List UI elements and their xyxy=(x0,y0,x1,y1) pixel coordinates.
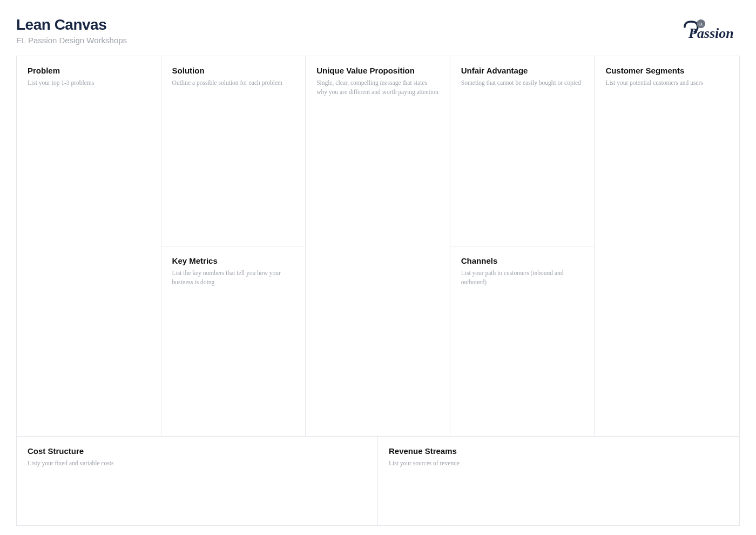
cell-key-metrics[interactable]: Key Metrics List the key numbers that te… xyxy=(161,246,306,436)
svg-text:Passion: Passion xyxy=(688,25,734,41)
cell-title-problem: Problem xyxy=(28,66,150,75)
lean-canvas-grid: Problem List your top 1-3 problems Solut… xyxy=(16,56,740,526)
cell-unfair-advantage[interactable]: Unfair Advantage Someting that cannot be… xyxy=(450,56,595,246)
logo-el-passion: EL Passion xyxy=(680,17,740,43)
column-uvp: Unique Value Proposition Single, clear, … xyxy=(306,56,450,436)
column-solution-metrics: Solution Outline a possible solution for… xyxy=(161,56,306,436)
column-problem: Problem List your top 1-3 problems xyxy=(17,56,161,436)
cell-title-revenue-streams: Revenue Streams xyxy=(389,446,728,456)
cell-title-key-metrics: Key Metrics xyxy=(172,256,295,265)
canvas-top-section: Problem List your top 1-3 problems Solut… xyxy=(17,56,739,436)
column-advantage-channels: Unfair Advantage Someting that cannot be… xyxy=(450,56,595,436)
cell-title-solution: Solution xyxy=(172,66,295,75)
cell-desc-uvp: Single, clear, compelling message that s… xyxy=(316,78,439,97)
cell-title-cost-structure: Cost Structure xyxy=(28,446,367,456)
cell-desc-solution: Outline a possible solution for each pro… xyxy=(172,78,295,88)
header-left: Lean Canvas EL Passion Design Workshops xyxy=(16,16,680,45)
cell-customer-segments[interactable]: Customer Segments List your potential cu… xyxy=(595,56,739,436)
cell-desc-revenue-streams: List your sources of revenue xyxy=(389,459,728,468)
canvas-header: Lean Canvas EL Passion Design Workshops … xyxy=(16,16,740,45)
cell-title-channels: Channels xyxy=(461,256,584,265)
cell-desc-channels: List your path to customers (inbound and… xyxy=(461,269,584,287)
cell-uvp[interactable]: Unique Value Proposition Single, clear, … xyxy=(306,56,450,436)
page-title: Lean Canvas xyxy=(16,16,680,34)
cell-problem[interactable]: Problem List your top 1-3 problems xyxy=(17,56,161,436)
cell-desc-customer-segments: List your potential customers and users xyxy=(605,78,728,88)
cell-cost-structure[interactable]: Cost Structure Listy your fixed and vari… xyxy=(17,437,378,525)
passion-logo-icon: EL Passion xyxy=(680,17,740,41)
cell-desc-cost-structure: Listy your fixed and variable costs xyxy=(28,459,367,468)
page-subtitle: EL Passion Design Workshops xyxy=(16,36,680,45)
canvas-bottom-section: Cost Structure Listy your fixed and vari… xyxy=(17,436,739,525)
cell-title-unfair-advantage: Unfair Advantage xyxy=(461,66,584,75)
cell-title-customer-segments: Customer Segments xyxy=(605,66,728,75)
cell-desc-problem: List your top 1-3 problems xyxy=(28,78,150,88)
cell-desc-unfair-advantage: Someting that cannot be easily bought or… xyxy=(461,78,584,88)
cell-channels[interactable]: Channels List your path to customers (in… xyxy=(450,246,595,436)
column-customer-segments: Customer Segments List your potential cu… xyxy=(595,56,739,436)
cell-solution[interactable]: Solution Outline a possible solution for… xyxy=(161,56,306,246)
cell-desc-key-metrics: List the key numbers that tell you how y… xyxy=(172,269,295,287)
cell-title-uvp: Unique Value Proposition xyxy=(316,66,439,75)
cell-revenue-streams[interactable]: Revenue Streams List your sources of rev… xyxy=(378,437,739,525)
